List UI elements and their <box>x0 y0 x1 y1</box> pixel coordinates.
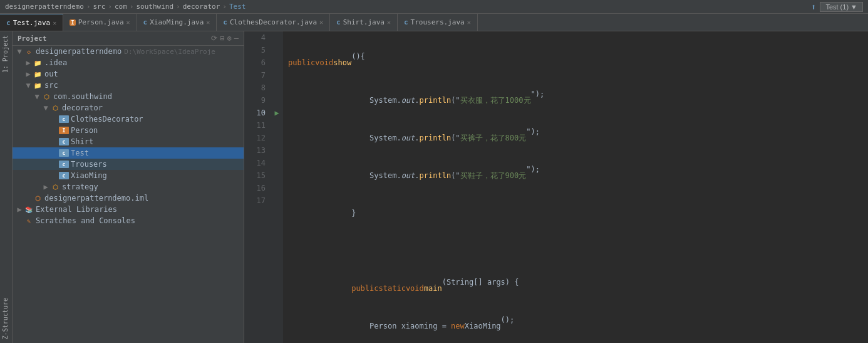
code-area[interactable]: public void show(){ System.out.println("… <box>283 31 868 343</box>
tree-label-test: Test <box>71 149 89 157</box>
gutter-10[interactable]: ▶ <box>271 107 283 119</box>
run-button[interactable]: Test (1) ▼ <box>820 2 863 12</box>
linenum-7: 7 <box>249 69 266 82</box>
tab-clothes[interactable]: c ClothesDecorator.java ✕ <box>217 14 330 31</box>
collapse-icon[interactable]: ⊟ <box>220 34 224 43</box>
sidebar: Project ⟳ ⊟ ⚙ — ▼ ◇ designerpatterndemo … <box>13 31 244 343</box>
structure-tab-vertical[interactable]: Z-Structure <box>0 294 12 343</box>
arrow-iml <box>24 194 33 203</box>
interface-icon-person: I <box>59 127 69 134</box>
gutter-7 <box>271 69 283 82</box>
tab-close-shirt[interactable]: ✕ <box>387 19 391 26</box>
gutter-15 <box>271 169 283 182</box>
tree-item-clothesdecorator[interactable]: c ClothesDecorator <box>13 113 244 125</box>
tree-item-test[interactable]: c Test <box>13 147 244 159</box>
code-line-11: Person xiaoming = new XiaoMing(); <box>288 320 863 332</box>
tree-label-xiaoming: XiaoMing <box>71 171 107 180</box>
tab-test[interactable]: c Test.java ✕ <box>0 14 63 31</box>
tree-label-shirt: Shirt <box>71 137 93 146</box>
tab-label-trousers: Trousers.java <box>411 18 465 26</box>
arrow-shirt <box>50 137 59 146</box>
breadcrumb-southwind[interactable]: southwind <box>136 3 173 11</box>
sync-icon[interactable]: ⟳ <box>211 34 217 43</box>
tree-item-root[interactable]: ▼ ◇ designerpatterndemo D:\WorkSpace\Ide… <box>13 46 244 57</box>
folder-icon-out: 📁 <box>33 70 43 78</box>
tree-item-src[interactable]: ▼ 📁 src <box>13 80 244 91</box>
breadcrumb-test: Test <box>229 3 246 11</box>
tab-person[interactable]: I Person.java ✕ <box>63 14 137 31</box>
tree-item-decorator[interactable]: ▼ ⬡ decorator <box>13 102 244 113</box>
top-bar: designerpatterndemo › src › com › southw… <box>0 0 868 14</box>
settings-icon[interactable]: ⚙ <box>227 34 232 43</box>
gutter-8 <box>271 82 283 94</box>
arrow-extlibs: ▶ <box>15 205 24 214</box>
arrow-strategy: ▶ <box>41 182 50 191</box>
tree-item-person[interactable]: I Person <box>13 125 244 136</box>
package-icon-decorator: ⬡ <box>50 104 60 112</box>
editor-content: 4 5 6 7 8 9 10 11 12 13 14 15 16 17 <box>244 31 868 343</box>
tree-label-src: src <box>44 81 58 90</box>
breadcrumb-decorator[interactable]: decorator <box>183 3 220 11</box>
arrow-trousers <box>50 160 59 169</box>
tree-label-iml: designerpatterndemo.iml <box>44 194 148 203</box>
breadcrumb-src[interactable]: src <box>93 3 105 11</box>
tab-close-clothes[interactable]: ✕ <box>319 19 323 26</box>
tree-label-decorator: decorator <box>62 103 103 112</box>
gutter-9 <box>271 94 283 107</box>
tab-label-test: Test.java <box>13 19 51 27</box>
gutter-12 <box>271 132 283 144</box>
arrow-out: ▶ <box>24 70 33 78</box>
tab-icon-c3: c <box>223 18 227 26</box>
tree-item-xiaoming[interactable]: c XiaoMing <box>13 170 244 181</box>
tab-label-person: Person.java <box>78 18 124 26</box>
breadcrumb-project[interactable]: designerpatterndemo <box>5 3 84 11</box>
tree-item-comsouthwind[interactable]: ▼ ⬡ com.southwind <box>13 91 244 102</box>
arrow-test <box>50 149 59 157</box>
tab-icon-c2: c <box>143 18 148 26</box>
gutter-14 <box>271 157 283 169</box>
tab-trousers[interactable]: c Trousers.java ✕ <box>398 14 478 31</box>
tab-icon-c4: c <box>336 18 341 26</box>
editor[interactable]: 4 5 6 7 8 9 10 11 12 13 14 15 16 17 <box>244 31 868 343</box>
tree-item-iml[interactable]: ⬡ designerpatterndemo.iml <box>13 193 244 204</box>
linenum-8: 8 <box>249 82 266 94</box>
code-line-7: System.out.println("买鞋子，花了900元"); <box>288 169 863 182</box>
arrow-root: ▼ <box>15 47 24 56</box>
linenum-4: 4 <box>249 31 266 44</box>
tree-item-trousers[interactable]: c Trousers <box>13 159 244 170</box>
tree-item-out[interactable]: ▶ 📁 out <box>13 68 244 80</box>
tree-item-idea[interactable]: ▶ 📁 .idea <box>13 57 244 68</box>
lib-icon: 📚 <box>24 206 34 213</box>
tab-xiaoming[interactable]: c XiaoMing.java ✕ <box>137 14 217 31</box>
minimize-icon[interactable]: — <box>234 34 239 43</box>
tree-item-strategy[interactable]: ▶ ⬡ strategy <box>13 181 244 193</box>
tree-label-root: designerpatterndemo <box>36 47 121 56</box>
tab-icon-i: I <box>70 19 75 26</box>
tree-item-shirt[interactable]: c Shirt <box>13 136 244 147</box>
tab-close-trousers[interactable]: ✕ <box>467 19 471 26</box>
tab-icon-c5: c <box>404 18 408 26</box>
breadcrumb-com[interactable]: com <box>115 3 127 11</box>
arrow-comsouthwind: ▼ <box>33 92 41 101</box>
tab-label-xiaoming: XiaoMing.java <box>150 18 204 26</box>
linenum-13: 13 <box>249 144 266 157</box>
tab-close-xiaoming[interactable]: ✕ <box>206 19 210 26</box>
linenum-16: 16 <box>249 182 266 194</box>
tree-item-extlibs[interactable]: ▶ 📚 External Libraries <box>13 204 244 215</box>
sidebar-actions: ⟳ ⊟ ⚙ — <box>211 34 239 43</box>
gutter: ▶ <box>271 31 283 343</box>
arrow-person <box>50 126 59 135</box>
project-tab-vertical[interactable]: 1: Project <box>0 31 12 77</box>
arrow-icon: ⬆ <box>811 2 816 12</box>
linenum-17: 17 <box>249 194 266 207</box>
tab-close-person[interactable]: ✕ <box>127 19 130 26</box>
tab-label-shirt: Shirt.java <box>343 18 385 26</box>
line-numbers: 4 5 6 7 8 9 10 11 12 13 14 15 16 17 <box>244 31 271 343</box>
linenum-15: 15 <box>249 169 266 182</box>
tab-shirt[interactable]: c Shirt.java ✕ <box>330 14 398 31</box>
tree-label-person: Person <box>71 126 98 135</box>
linenum-9: 9 <box>249 94 266 107</box>
tree-item-scratches[interactable]: ✎ Scratches and Consoles <box>13 215 244 226</box>
module-icon: ◇ <box>24 48 34 55</box>
tab-close-test[interactable]: ✕ <box>53 19 56 26</box>
